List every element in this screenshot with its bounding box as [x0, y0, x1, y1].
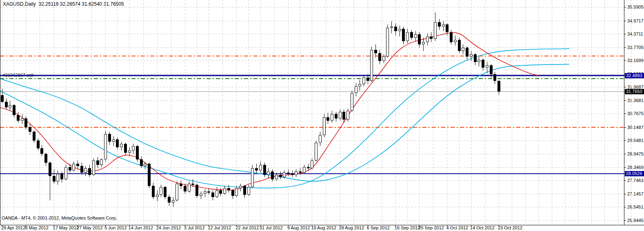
price-tag: 28.0526 — [625, 171, 644, 176]
price-tag: 32.4893 — [625, 73, 644, 78]
mt4-chart-window: XAGUSD,Daily 32.25119 32.26574 31.62540 … — [0, 0, 644, 231]
price-tag: 31.7650 — [625, 89, 644, 94]
chart-canvas[interactable] — [0, 0, 644, 231]
